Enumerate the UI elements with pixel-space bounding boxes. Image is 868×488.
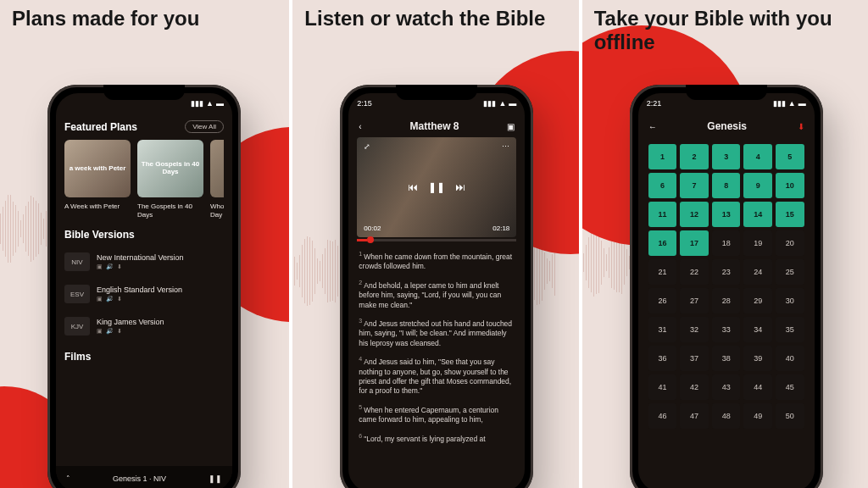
progress-knob[interactable] [367,236,374,243]
download-icon[interactable]: ⬇ [798,122,804,131]
version-row[interactable]: ESV English Standard Version ▣🔊⬇ [64,278,224,310]
chapter-cell[interactable]: 12 [680,202,709,227]
chapter-cell[interactable]: 43 [712,374,741,400]
chapter-cell[interactable]: 5 [776,144,804,169]
chapter-cell[interactable]: 14 [743,202,772,227]
chapter-cell[interactable]: 36 [648,346,677,371]
chapter-cell[interactable]: 32 [680,317,709,342]
back-button[interactable]: ‹ [359,122,361,131]
plan-cards[interactable]: a week with Peter A Week with Peter The … [64,140,224,219]
chapter-cell[interactable]: 13 [712,202,741,227]
chapter-title[interactable]: Matthew 8 [409,120,459,132]
phone-notch [396,85,477,100]
chapter-cell[interactable]: 30 [776,288,804,313]
audio-icon: 🔊 [106,263,114,270]
plan-card[interactable]: The Gospels in 40 Days The Gospels in 40… [137,140,203,219]
mini-player-track: Genesis 1 · NIV [113,474,166,483]
chapter-cell[interactable]: 3 [712,144,741,169]
plan-card[interactable]: Who Day [210,140,224,219]
chapter-cell[interactable]: 34 [743,317,772,342]
chapter-cell[interactable]: 49 [743,403,772,429]
chapter-cell[interactable]: 23 [712,259,741,285]
chapter-cell[interactable]: 26 [648,288,677,313]
films-title: Films [64,351,224,363]
chapter-cell[interactable]: 16 [648,230,677,256]
chapter-cell[interactable]: 6 [648,173,677,198]
featured-plans-title: Featured Plans [64,121,137,133]
time-total: 02:18 [492,225,509,232]
chevron-up-icon[interactable]: ˄ [66,474,70,483]
panel-headline: Take your Bible with you offline [594,7,856,53]
chapter-cell[interactable]: 15 [776,202,804,227]
cast-icon[interactable]: ▣ [507,122,515,131]
chapter-cell[interactable]: 35 [776,317,804,342]
view-all-button[interactable]: View All [185,120,224,133]
chapter-cell[interactable]: 38 [712,346,741,371]
verse[interactable]: 1When he came down from the mountain, gr… [359,250,515,272]
verse[interactable]: 6"Lord, my servant is lying paralyzed at [359,432,515,444]
mini-player[interactable]: ˄ Genesis 1 · NIV ❚❚ [56,466,232,488]
phone-notch [686,85,767,100]
bible-versions-title: Bible Versions [64,229,224,241]
chapter-cell[interactable]: 2 [680,144,709,169]
chapter-cell[interactable]: 33 [712,317,741,342]
chapter-cell[interactable]: 41 [648,374,677,400]
verse[interactable]: 5When he entered Capernaum, a centurion … [359,403,515,425]
chapter-cell[interactable]: 46 [648,403,677,429]
chapter-cell[interactable]: 21 [648,259,677,285]
chapter-cell[interactable]: 28 [712,288,741,313]
fullscreen-icon[interactable]: ⤢ [364,142,370,151]
chapter-cell[interactable]: 48 [712,403,741,429]
progress-bar[interactable] [357,239,516,241]
chapter-cell[interactable]: 37 [680,346,709,371]
chapter-cell[interactable]: 7 [680,173,709,198]
chapter-cell[interactable]: 20 [776,230,804,256]
book-title[interactable]: Genesis [707,120,747,132]
chapter-cell[interactable]: 44 [743,374,772,400]
video-player[interactable]: ⤢ ⋯ ⏮ ❚❚ ⏭ 00:02 02:18 [357,137,516,237]
chapter-cell[interactable]: 18 [712,230,741,256]
verse-number: 5 [359,404,362,410]
verse[interactable]: 4And Jesus said to him, "See that you sa… [359,355,515,396]
chapter-cell[interactable]: 25 [776,259,804,285]
version-row[interactable]: NIV New International Version ▣🔊⬇ [64,246,224,278]
pause-button[interactable]: ❚❚ [428,181,445,193]
verse[interactable]: 2And behold, a leper came to him and kne… [359,279,515,310]
chapter-cell[interactable]: 40 [776,346,804,371]
chapter-cell[interactable]: 17 [680,230,709,256]
next-button[interactable]: ⏭ [455,181,465,193]
phone-notch [103,85,185,100]
chapter-grid: 1234567891011121314151617181920212223242… [647,144,806,429]
chapter-cell[interactable]: 50 [776,403,804,429]
chapter-cell[interactable]: 19 [743,230,772,256]
chapter-cell[interactable]: 8 [712,173,741,198]
prev-button[interactable]: ⏮ [408,181,418,193]
chapter-cell[interactable]: 31 [648,317,677,342]
chapter-cell[interactable]: 22 [680,259,709,285]
chapter-cell[interactable]: 4 [743,144,772,169]
chapter-cell[interactable]: 42 [680,374,709,400]
version-row[interactable]: KJV King James Version ▣🔊⬇ [64,310,224,342]
back-button[interactable]: ← [648,122,657,131]
plan-caption: Who Day [210,202,224,219]
chapter-cell[interactable]: 10 [776,173,804,198]
chapter-cell[interactable]: 29 [743,288,772,313]
chapter-cell[interactable]: 9 [743,173,772,198]
chapter-cell[interactable]: 47 [680,403,709,429]
plan-thumb [210,140,224,197]
verse-number: 4 [359,356,362,362]
signal-icon: ▮▮▮ [483,99,496,108]
verse-list[interactable]: 1When he came down from the mountain, gr… [357,250,516,444]
pause-icon[interactable]: ❚❚ [209,474,222,483]
chapter-cell[interactable]: 11 [648,202,677,227]
more-icon[interactable]: ⋯ [502,142,509,151]
download-icon: ⬇ [117,328,122,335]
chapter-cell[interactable]: 1 [648,144,677,169]
verse[interactable]: 3And Jesus stretched out his hand and to… [359,317,515,348]
plan-card[interactable]: a week with Peter A Week with Peter [64,140,131,219]
chapter-cell[interactable]: 24 [743,259,772,285]
chapter-cell[interactable]: 39 [743,346,772,371]
audio-icon: 🔊 [106,328,114,335]
chapter-cell[interactable]: 27 [680,288,709,313]
chapter-cell[interactable]: 45 [776,374,804,400]
